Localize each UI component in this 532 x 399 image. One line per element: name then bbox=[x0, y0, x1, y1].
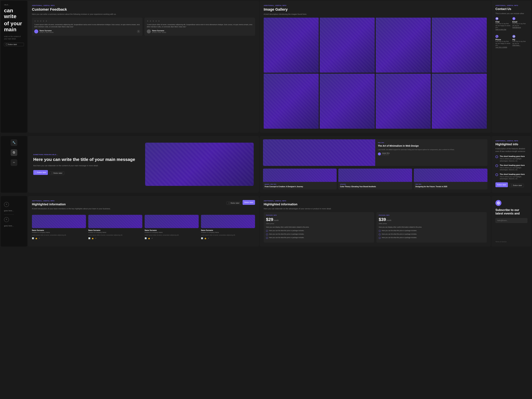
social-chart-icon-1[interactable]: 📊 bbox=[32, 237, 34, 239]
row3-sidebar: + goes here... + goes here... bbox=[1, 196, 27, 247]
blog-card-img-1 bbox=[263, 169, 337, 182]
row2-sidebar: 🔧 G ✏ bbox=[1, 136, 27, 193]
team-desc: A brief introduction of your team member… bbox=[32, 208, 111, 210]
highlighted-btn1[interactable]: Button label bbox=[495, 182, 508, 187]
email-title: Email bbox=[512, 21, 527, 23]
team-position-2: Position & Company Name bbox=[88, 232, 142, 233]
feature-item-1: The short heading goes here This is wher… bbox=[495, 155, 527, 162]
social-share-icon-1[interactable]: ↗ bbox=[38, 237, 40, 239]
hero-btn1[interactable]: Button label bbox=[33, 170, 48, 175]
social-like-icon-3[interactable]: 👍 bbox=[148, 237, 150, 239]
review-card-2: ★ ★ ★ ★ ★ "Lorem ipsum dolor sit amet, c… bbox=[145, 18, 255, 36]
pricing-price-2: $39 /month bbox=[379, 217, 484, 222]
hero-body: And here you can elaborate on the conten… bbox=[33, 164, 142, 167]
sidebar-divider-1 bbox=[4, 214, 14, 215]
blog-featured-title: The Art of Minimalism in Web Design bbox=[378, 145, 485, 147]
sidebar-add-btn-1[interactable]: + bbox=[4, 202, 9, 207]
sidebar-icon-3[interactable]: ✏ bbox=[11, 159, 17, 166]
team-photo-2 bbox=[88, 215, 142, 228]
social-chart-icon-4[interactable]: 📊 bbox=[201, 237, 203, 239]
team-social-3: 📊 👍 ↗ bbox=[145, 237, 199, 239]
blog-card-img-2 bbox=[338, 169, 412, 182]
blog-card-2: UPDATES Color Theory: Elevating Your Bra… bbox=[338, 169, 412, 189]
sidebar-items: + goes here... + goes here... bbox=[4, 199, 24, 227]
email-icon: ✉ bbox=[512, 17, 515, 20]
social-share-icon-4[interactable]: ↗ bbox=[208, 237, 209, 239]
pricing-desc-2: Here you can display other useful inform… bbox=[379, 226, 484, 228]
pricing-card-2: PACKAGE, INFO $39 /month Other prices He… bbox=[376, 212, 487, 243]
team-name-3: Name Surname bbox=[145, 229, 199, 231]
email-action[interactable]: hello@frame bbox=[512, 27, 527, 28]
pricing-check-1-2 bbox=[266, 234, 268, 235]
sidebar-btn[interactable]: Button label bbox=[4, 43, 24, 46]
check-icon-2 bbox=[495, 165, 498, 167]
avatar-1 bbox=[34, 29, 38, 33]
pricing-feature-2-2: Here you can list what this price or pac… bbox=[379, 233, 484, 235]
newsletter-email-input[interactable] bbox=[495, 218, 527, 223]
pricing-grid: PACKAGE, INFO $29 /month Other prices He… bbox=[264, 212, 487, 243]
social-chart-icon-2[interactable]: 📊 bbox=[88, 237, 90, 239]
phone-action[interactable]: +44 7911 123456 bbox=[495, 46, 510, 48]
gallery-desc: A brief description introducing the imag… bbox=[264, 13, 487, 15]
btn2-checkbox-icon bbox=[51, 172, 53, 174]
blog-card-3: PRO TIPS Designing for the Future: Trend… bbox=[414, 169, 488, 189]
social-like-icon-1[interactable]: 👍 bbox=[35, 237, 37, 239]
feature-body-3: This is where you can highlight advantag… bbox=[500, 176, 527, 180]
blog-avatar bbox=[378, 152, 381, 155]
social-share-icon-2[interactable]: ↗ bbox=[95, 237, 96, 239]
hero-title: Here you can write the title of your mai… bbox=[33, 157, 142, 162]
team-social-2: 📊 👍 ↗ bbox=[88, 237, 142, 239]
pricing-check-1-3 bbox=[266, 237, 268, 239]
team-name-1: Name Surname bbox=[32, 229, 86, 231]
highlighted-title: Highlighted info bbox=[495, 143, 527, 146]
sidebar-item-1: goes here... bbox=[4, 210, 24, 212]
check-icon-1 bbox=[495, 155, 498, 158]
pricing-desc-1: Here you can display other useful inform… bbox=[266, 226, 372, 228]
review-text-1: "Lorem ipsum dolor sit amet, consectetur… bbox=[34, 23, 140, 28]
blog-featured-tag: PRO TIPS bbox=[378, 142, 485, 144]
blog-card-img-3 bbox=[414, 169, 488, 182]
team-label: ADITTIONAL, USEFUL INFO bbox=[32, 200, 111, 202]
hero-btn2[interactable]: Button label bbox=[50, 171, 64, 175]
row1-sidebar: ABLE... can write of your main orate on … bbox=[1, 1, 27, 133]
blog-author: Jaspar Binz 9 Sept 2024 bbox=[378, 152, 485, 155]
team-social-4: 📊 👍 ↗ bbox=[201, 237, 255, 239]
highlighted-desc: A description of the features detailed e… bbox=[495, 147, 527, 153]
highlighted-btn2[interactable]: Button label bbox=[509, 184, 524, 187]
team-btn2[interactable]: Button label bbox=[243, 200, 255, 205]
pricing-other-2: Other prices bbox=[379, 223, 484, 224]
hq-desc: Feel free to say that we are ha bbox=[512, 41, 527, 44]
team-btn1[interactable]: Button label bbox=[227, 201, 241, 205]
blog-author-name: Jaspar Binz bbox=[382, 152, 390, 154]
gallery-img-2 bbox=[320, 18, 375, 73]
team-bio-1: Lorem ipsum dolor sit amet, consectetur … bbox=[32, 234, 86, 236]
sidebar-icon-1[interactable]: 🔧 bbox=[11, 139, 17, 146]
social-like-icon-2[interactable]: 👍 bbox=[92, 237, 94, 239]
sidebar-item-2: goes here... bbox=[4, 225, 24, 227]
check-icon-3 bbox=[495, 173, 498, 176]
blog-card-content-3: PRO TIPS Designing for the Future: Trend… bbox=[414, 182, 488, 189]
terms-text[interactable]: Terms of Service bbox=[495, 241, 507, 243]
chat-action[interactable]: Start a new chat bbox=[495, 29, 510, 30]
sidebar-icon-2[interactable]: G bbox=[11, 149, 17, 156]
hq-icon: 🏢 bbox=[512, 35, 515, 38]
pricing-feature-1-2: Here you can list what this price or pac… bbox=[266, 233, 372, 235]
reviewer-icon-1: ₹ bbox=[137, 30, 140, 33]
hq-action[interactable]: Click here... bbox=[512, 44, 527, 46]
chat-icon: 💬 bbox=[495, 17, 498, 20]
gallery-img-4 bbox=[432, 18, 487, 73]
gallery-panel: ADDITIONAL, USEFUL INFO Image Gallery A … bbox=[260, 1, 491, 133]
social-share-icon-3[interactable]: ↗ bbox=[151, 237, 153, 239]
reviewer-email-1: Email or other details bbox=[40, 32, 54, 33]
review-card-1: ★ ★ ★ ★ ★ "Lorem ipsum dolor sit amet, c… bbox=[32, 18, 142, 36]
team-btn1-icon bbox=[228, 202, 230, 204]
feature-body-2: This is where you can highlight advantag… bbox=[500, 167, 527, 171]
gallery-img-7 bbox=[376, 74, 431, 129]
checkbox-icon bbox=[6, 44, 7, 45]
contact-label: ADDITIONAL, USEFUL INFO bbox=[495, 5, 527, 6]
social-chart-icon-3[interactable]: 📊 bbox=[145, 237, 147, 239]
blog-date: 9 Sept 2024 bbox=[382, 154, 390, 155]
reviewer-name-2: Name Surname bbox=[152, 30, 166, 32]
sidebar-add-btn-2[interactable]: + bbox=[4, 217, 9, 222]
social-like-icon-4[interactable]: 👍 bbox=[204, 237, 206, 239]
